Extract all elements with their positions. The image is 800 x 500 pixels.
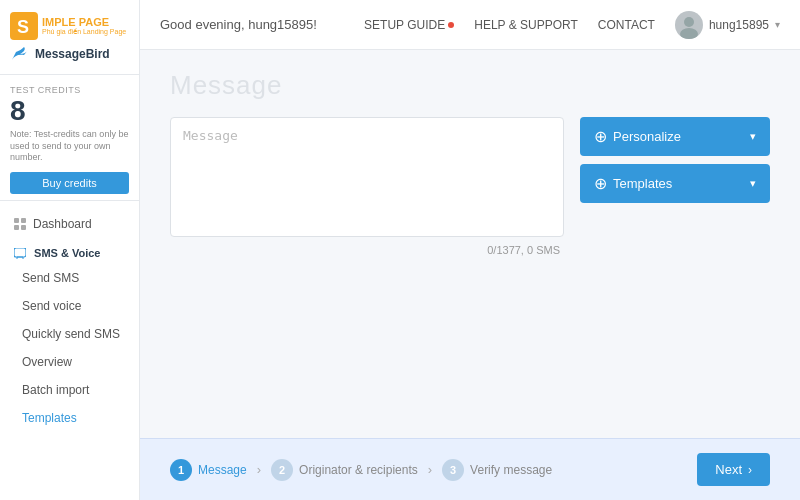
credits-amount: 8 (10, 97, 129, 125)
sidebar-item-batch-import[interactable]: Batch import (0, 376, 139, 404)
content-row: 0/1377, 0 SMS ⊕ Personalize ▾ ⊕ Template… (170, 117, 770, 256)
svg-point-8 (680, 28, 698, 39)
help-support-label: HELP & SUPPORT (474, 18, 578, 32)
svg-rect-5 (21, 225, 26, 230)
wizard-bar: 1 Message › 2 Originator & recipients › … (140, 438, 800, 500)
next-arrow-icon: › (748, 463, 752, 477)
buy-credits-button[interactable]: Buy credits (10, 172, 129, 194)
templates-chevron-icon: ▾ (750, 177, 756, 190)
next-label: Next (715, 462, 742, 477)
user-menu-chevron-icon: ▾ (775, 19, 780, 30)
contact-label: CONTACT (598, 18, 655, 32)
user-avatar (675, 11, 703, 39)
setup-guide-dot (448, 22, 454, 28)
logo-sub-text: Phú gia điền Landing Page (42, 28, 126, 36)
message-textarea[interactable] (170, 117, 564, 237)
sms-voice-section-label: SMS & Voice (0, 239, 139, 264)
setup-guide-label: SETUP GUIDE (364, 18, 445, 32)
sidebar-item-templates[interactable]: Templates (0, 404, 139, 432)
messagebird-brand-name: MessageBird (35, 47, 110, 61)
username-label: hung15895 (709, 18, 769, 32)
setup-guide-link[interactable]: SETUP GUIDE (364, 18, 454, 32)
wizard-step-2: 2 Originator & recipients (271, 459, 418, 481)
messagebird-bird-icon (10, 46, 30, 62)
personalize-button[interactable]: ⊕ Personalize ▾ (580, 117, 770, 156)
page-body: Message 0/1377, 0 SMS ⊕ Personalize ▾ ⊕ (140, 50, 800, 438)
user-menu[interactable]: hung15895 ▾ (675, 11, 780, 39)
step-3-circle: 3 (442, 459, 464, 481)
svg-rect-2 (14, 218, 19, 223)
step-1-circle: 1 (170, 459, 192, 481)
templates-button[interactable]: ⊕ Templates ▾ (580, 164, 770, 203)
dashboard-icon (14, 218, 26, 230)
main-content: Good evening, hung15895! SETUP GUIDE HEL… (140, 0, 800, 500)
step-arrow-1: › (257, 462, 261, 477)
step-2-label: Originator & recipients (299, 463, 418, 477)
svg-text:S: S (17, 17, 29, 37)
step-1-label: Message (198, 463, 247, 477)
sidebar-item-send-voice[interactable]: Send voice (0, 292, 139, 320)
step-arrow-2: › (428, 462, 432, 477)
sidebar-logo: S IMPLE PAGE Phú gia điền Landing Page M… (0, 0, 139, 75)
wizard-steps: 1 Message › 2 Originator & recipients › … (170, 459, 552, 481)
credits-label: TEST CREDITS (10, 85, 129, 95)
page-title: Message (170, 70, 770, 101)
sidebar-item-overview[interactable]: Overview (0, 348, 139, 376)
svg-point-7 (684, 17, 694, 27)
sidebar-navigation: Dashboard SMS & Voice Send SMS Send voic… (0, 201, 139, 500)
templates-plus-icon: ⊕ (594, 174, 607, 193)
personalize-plus-icon: ⊕ (594, 127, 607, 146)
char-count: 0/1377, 0 SMS (170, 244, 564, 256)
wizard-step-1: 1 Message (170, 459, 247, 481)
personalize-label: Personalize (613, 129, 681, 144)
logo-brand-text: IMPLE PAGE (42, 16, 126, 28)
step-2-circle: 2 (271, 459, 293, 481)
greeting-text: Good evening, hung15895! (160, 17, 317, 32)
credits-note: Note: Test-credits can only be used to s… (10, 129, 129, 164)
wizard-step-3: 3 Verify message (442, 459, 552, 481)
sidebar: S IMPLE PAGE Phú gia điền Landing Page M… (0, 0, 140, 500)
right-action-buttons: ⊕ Personalize ▾ ⊕ Templates ▾ (580, 117, 770, 256)
dashboard-label: Dashboard (33, 217, 92, 231)
personalize-chevron-icon: ▾ (750, 130, 756, 143)
help-support-link[interactable]: HELP & SUPPORT (474, 18, 578, 32)
simplepage-logo-icon: S (10, 12, 38, 40)
step-3-label: Verify message (470, 463, 552, 477)
top-nav-links: SETUP GUIDE HELP & SUPPORT CONTACT hung1… (364, 11, 780, 39)
message-area-wrapper: 0/1377, 0 SMS (170, 117, 564, 256)
sidebar-item-quickly-send[interactable]: Quickly send SMS (0, 320, 139, 348)
templates-label: Templates (613, 176, 672, 191)
credits-section: TEST CREDITS 8 Note: Test-credits can on… (0, 75, 139, 201)
contact-link[interactable]: CONTACT (598, 18, 655, 32)
svg-rect-6 (14, 248, 26, 257)
top-navigation: Good evening, hung15895! SETUP GUIDE HEL… (140, 0, 800, 50)
svg-rect-3 (21, 218, 26, 223)
next-button[interactable]: Next › (697, 453, 770, 486)
sidebar-item-dashboard[interactable]: Dashboard (0, 209, 139, 239)
sidebar-item-send-sms[interactable]: Send SMS (0, 264, 139, 292)
sms-voice-icon (14, 248, 26, 260)
svg-rect-4 (14, 225, 19, 230)
